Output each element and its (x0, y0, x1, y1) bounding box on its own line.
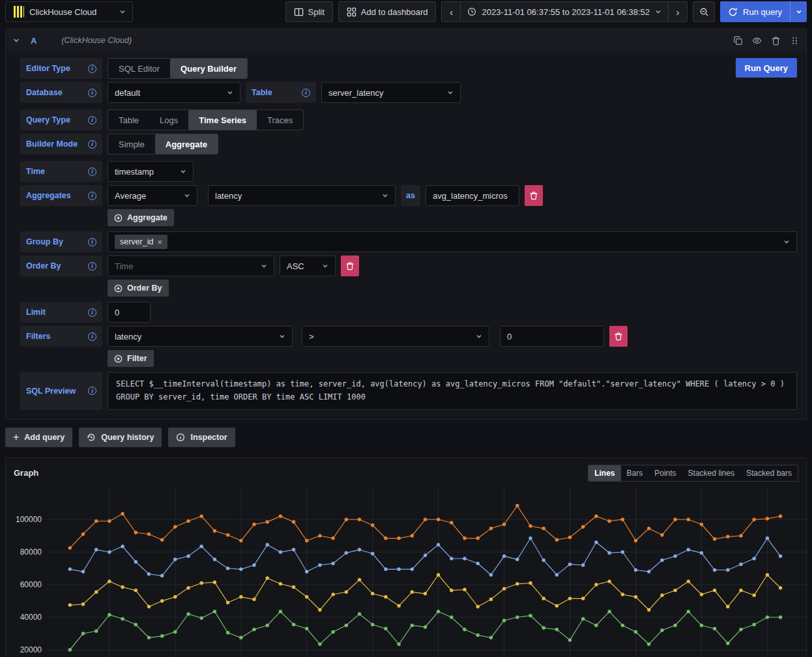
drag-query-handle[interactable] (790, 36, 800, 46)
chevron-down-icon (180, 168, 186, 175)
time-column-select[interactable]: timestamp (108, 161, 194, 182)
graph-mode-points[interactable]: Points (648, 465, 682, 481)
graph-mode-stacked-bars[interactable]: Stacked bars (740, 465, 798, 481)
apps-grid-icon (347, 7, 356, 17)
run-query-inline-button[interactable]: Run Query (736, 58, 797, 78)
copy-icon (733, 36, 743, 46)
remove-tag-icon[interactable]: × (157, 237, 162, 247)
chevron-down-icon (227, 89, 233, 96)
disable-query-button[interactable] (752, 36, 762, 46)
split-button[interactable]: Split (285, 1, 333, 22)
filters-label: Filtersi (20, 326, 102, 347)
chevron-down-icon (796, 8, 802, 15)
svg-text:60000: 60000 (20, 580, 42, 589)
graph-title: Graph (14, 468, 38, 478)
clickhouse-logo-icon (12, 6, 24, 18)
datasource-label: ClickHouse Cloud (29, 7, 114, 17)
query-type-traces[interactable]: Traces (257, 110, 303, 130)
zoom-out-time-button[interactable] (693, 1, 715, 22)
run-query-button[interactable]: Run query (720, 1, 790, 22)
plus-icon: + (13, 432, 19, 443)
graph-mode-lines[interactable]: Lines (588, 465, 620, 481)
builder-mode-simple[interactable]: Simple (108, 134, 155, 154)
query-type-table[interactable]: Table (108, 110, 149, 130)
sql-preview-text: SELECT $__timeInterval(timestamp) as tim… (108, 372, 797, 410)
query-type-switch: Table Logs Time Series Traces (108, 110, 304, 130)
explore-actions: +Add query Query history Inspector (5, 428, 807, 447)
table-label: Tablei (246, 82, 316, 103)
time-range-label: 2023-11-01 06:37:55 to 2023-11-01 06:38:… (482, 7, 650, 17)
sql-preview-label: SQL Previewi (20, 372, 102, 410)
info-circle-icon (176, 433, 185, 442)
remove-aggregate-button[interactable] (525, 185, 543, 206)
order-by-field-select[interactable]: Time (108, 256, 274, 276)
builder-mode-aggregate[interactable]: Aggregate (155, 134, 218, 154)
info-icon[interactable]: i (302, 89, 310, 97)
chevron-down-icon (783, 239, 790, 245)
run-query-label: Run query (743, 7, 782, 17)
database-select[interactable]: default (108, 82, 240, 103)
editor-type-query-builder[interactable]: Query Builder (170, 59, 247, 78)
svg-text:20000: 20000 (20, 645, 42, 654)
inspector-button[interactable]: Inspector (168, 428, 235, 447)
info-icon[interactable]: i (88, 140, 96, 149)
graph-mode-stacked-lines[interactable]: Stacked lines (682, 465, 740, 481)
drag-dots-icon (790, 36, 800, 46)
group-by-multiselect[interactable]: server_id× (108, 231, 797, 252)
order-direction-select[interactable]: ASC (280, 256, 336, 276)
info-icon[interactable]: i (88, 168, 96, 176)
query-row-header[interactable]: A (ClickHouse Cloud) (6, 29, 806, 51)
clock-icon (467, 7, 476, 16)
split-icon (294, 7, 304, 17)
filter-value-input[interactable]: 0 (500, 326, 604, 347)
query-type-time-series[interactable]: Time Series (188, 110, 257, 130)
latency-chart[interactable]: 2000040000600008000010000006:38:0006:38:… (11, 486, 811, 657)
query-type-logs[interactable]: Logs (149, 110, 188, 130)
add-query-button[interactable]: +Add query (5, 428, 72, 447)
duplicate-query-button[interactable] (733, 36, 743, 46)
add-filter-button[interactable]: Filter (108, 350, 154, 367)
query-history-button[interactable]: Query history (79, 428, 162, 447)
info-icon[interactable]: i (88, 238, 96, 246)
remove-order-by-button[interactable] (341, 256, 359, 276)
info-icon[interactable]: i (88, 387, 96, 395)
limit-input[interactable]: 0 (108, 302, 151, 323)
add-order-by-button[interactable]: Order By (108, 280, 169, 297)
editor-type-sql-editor[interactable]: SQL Editor (108, 59, 170, 78)
chevron-down-icon (279, 333, 285, 340)
graph-panel: Graph Lines Bars Points Stacked lines St… (5, 458, 807, 657)
info-icon[interactable]: i (88, 308, 96, 317)
info-icon[interactable]: i (88, 262, 96, 270)
datasource-picker[interactable]: ClickHouse Cloud (5, 1, 133, 22)
chevron-down-icon (655, 8, 661, 15)
info-icon[interactable]: i (88, 192, 96, 200)
aggregate-column-select[interactable]: latency (208, 185, 396, 206)
info-icon[interactable]: i (88, 116, 96, 124)
filter-column-select[interactable]: latency (108, 326, 293, 347)
aggregate-function-select[interactable]: Average (108, 185, 197, 206)
add-to-dashboard-button[interactable]: Add to dashboard (338, 1, 437, 22)
trash-icon (614, 332, 623, 341)
run-query-dropdown-button[interactable] (790, 1, 807, 22)
query-type-label: Query Typei (20, 110, 102, 130)
add-aggregate-button[interactable]: Aggregate (108, 209, 174, 226)
graph-mode-bars[interactable]: Bars (621, 465, 649, 481)
explore-toolbar: ClickHouse Cloud Split Add to dashboard … (0, 0, 812, 23)
collapse-chevron-icon[interactable] (12, 36, 20, 44)
info-icon[interactable]: i (88, 65, 96, 73)
time-range-picker[interactable]: 2023-11-01 06:37:55 to 2023-11-01 06:38:… (460, 1, 669, 22)
query-ref-id: A (31, 36, 36, 46)
chevron-down-icon (184, 192, 190, 199)
time-shift-forward-button[interactable]: › (668, 1, 688, 22)
time-shift-back-button[interactable]: ‹ (441, 1, 461, 22)
remove-filter-button[interactable] (609, 326, 628, 347)
remove-query-button[interactable] (771, 36, 781, 46)
info-icon[interactable]: i (88, 89, 96, 97)
aggregate-alias-input[interactable]: avg_latency_micros (426, 185, 519, 206)
info-icon[interactable]: i (88, 332, 96, 341)
editor-type-label: Editor Typei (20, 58, 102, 79)
filter-operator-select[interactable]: > (302, 326, 489, 347)
table-select[interactable]: server_latency (321, 82, 461, 103)
history-icon (87, 433, 96, 442)
plus-circle-icon (114, 355, 123, 363)
